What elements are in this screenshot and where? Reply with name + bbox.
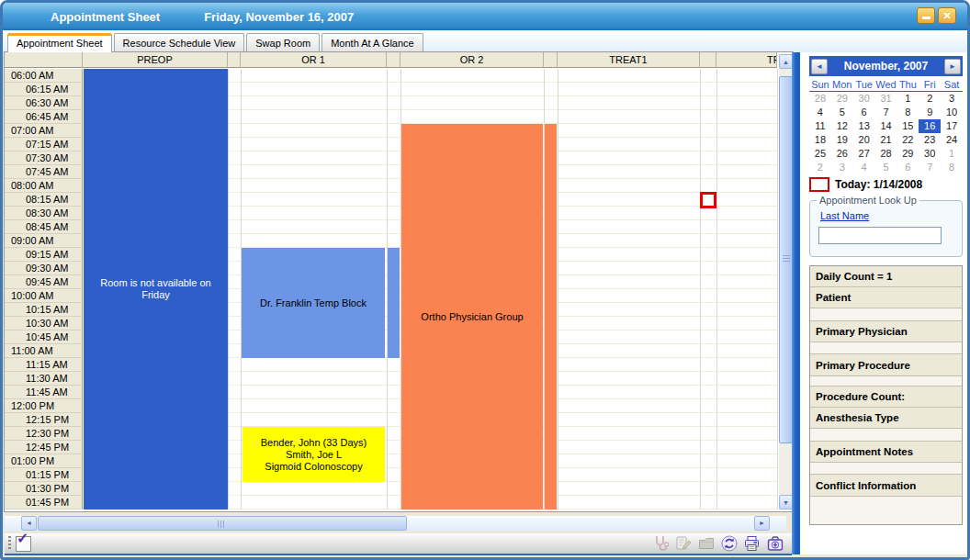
calendar-day[interactable]: 11 [809, 119, 831, 133]
calendar-day[interactable]: 15 [897, 119, 919, 133]
tab-swap-room[interactable]: Swap Room [246, 33, 320, 52]
calendar-next-button[interactable]: ► [944, 59, 961, 74]
first-aid-kit-icon[interactable] [765, 534, 784, 554]
calendar-day[interactable]: 7 [919, 161, 941, 174]
time-slot-label: 07:00 AM [5, 124, 83, 138]
time-slot-label: 06:15 AM [5, 83, 83, 96]
calendar-week: 2345678 [809, 161, 963, 174]
or2-ortho-block-overflow[interactable] [545, 124, 557, 510]
scroll-right-button[interactable]: ► [754, 516, 770, 531]
calendar-day[interactable]: 19 [831, 133, 853, 147]
preop-unavailable-block[interactable]: Room is not available on Friday [84, 69, 228, 510]
refresh-icon[interactable] [719, 534, 739, 554]
calendar-day[interactable]: 3 [941, 92, 963, 106]
appointment-block-bender[interactable]: Bender, John (33 Days)Smith, Joe LSigmoi… [242, 427, 385, 482]
vertical-scroll-thumb[interactable] [779, 76, 793, 443]
calendar-day[interactable]: 8 [897, 106, 919, 119]
calendar-day[interactable]: 2 [809, 161, 831, 174]
pane-divider [792, 52, 800, 554]
info-row-empty [810, 376, 962, 386]
column-header-spacer [700, 52, 716, 68]
calendar-day[interactable]: 29 [831, 92, 853, 106]
calendar-day[interactable]: 1 [897, 92, 919, 106]
last-name-input[interactable] [818, 227, 942, 244]
calendar-day[interactable]: 18 [809, 133, 831, 147]
tab-resource-schedule-view[interactable]: Resource Schedule View [114, 33, 245, 52]
calendar-day[interactable]: 9 [919, 106, 941, 119]
calendar-day[interactable]: 1 [941, 147, 963, 161]
print-icon[interactable] [742, 534, 761, 554]
calendar-day[interactable]: 2 [919, 92, 941, 106]
calendar-day[interactable]: 25 [809, 147, 831, 161]
info-row-empty [810, 308, 962, 321]
day-name: Sun [809, 78, 831, 91]
scroll-up-button[interactable]: ▲ [779, 54, 793, 69]
calendar-day[interactable]: 3 [831, 161, 853, 174]
or1-temp-block[interactable]: Dr. Franklin Temp Block [242, 248, 385, 358]
tab-strip: Appointment Sheet Resource Schedule View… [3, 30, 967, 52]
time-slot-label: 11:30 AM [5, 372, 83, 386]
calendar-day[interactable]: 6 [853, 106, 875, 119]
time-slot-label: 12:45 PM [5, 441, 83, 454]
toolbar-checkbox[interactable]: ✓ [16, 536, 31, 552]
column-header-preop: PREOP [83, 52, 228, 68]
time-slot-label: 08:00 AM [5, 179, 83, 193]
edit-notes-icon[interactable] [673, 534, 693, 554]
calendar-day[interactable]: 30 [853, 92, 875, 106]
minimize-button[interactable] [917, 7, 935, 24]
time-slot-label: 09:30 AM [5, 262, 83, 275]
calendar-day[interactable]: 5 [875, 161, 897, 174]
last-name-link[interactable]: Last Name [820, 210, 869, 221]
calendar-day[interactable]: 23 [919, 133, 941, 147]
calendar-day[interactable]: 17 [941, 119, 963, 133]
calendar-day[interactable]: 12 [831, 119, 853, 133]
title-date-label: Friday, November 16, 2007 [204, 10, 354, 24]
calendar-day[interactable]: 6 [897, 161, 919, 174]
calendar-day[interactable]: 28 [875, 147, 897, 161]
calendar-day[interactable]: 7 [875, 106, 897, 119]
horizontal-scroll-thumb[interactable] [38, 516, 407, 531]
time-slot-label: 08:15 AM [5, 193, 83, 207]
calendar-day[interactable]: 4 [853, 161, 875, 174]
tab-appointment-sheet[interactable]: Appointment Sheet [7, 33, 112, 52]
day-name: Mon [831, 78, 853, 91]
close-icon: ✕ [942, 10, 951, 21]
calendar-day[interactable]: 26 [831, 147, 853, 161]
calendar-day[interactable]: 30 [919, 147, 941, 161]
calendar-day[interactable]: 31 [875, 92, 897, 106]
appointment-info-panel: Daily Count = 1PatientPrimary PhysicianP… [809, 265, 963, 525]
time-slot-label: 01:15 PM [5, 468, 83, 482]
calendar-day[interactable]: 27 [853, 147, 875, 161]
scroll-left-button[interactable]: ◄ [21, 516, 37, 531]
calendar-day[interactable]: 4 [809, 106, 831, 119]
calendar-day[interactable]: 20 [853, 133, 875, 147]
day-name: Wed [875, 78, 897, 91]
schedule-grid: PREOPOR 1OR 2TREAT1TR06:00 AM06:15 AM06:… [5, 52, 793, 511]
calendar-day[interactable]: 14 [875, 119, 897, 133]
calendar-day[interactable]: 10 [941, 106, 963, 119]
calendar-day[interactable]: 24 [941, 133, 963, 147]
or2-ortho-block[interactable]: Ortho Physician Group [401, 124, 543, 510]
calendar-day[interactable]: 13 [853, 119, 875, 133]
calendar-day[interactable]: 22 [897, 133, 919, 147]
info-row-anesthesia-type: Anesthesia Type [810, 408, 962, 429]
calendar-day[interactable]: 28 [809, 92, 831, 106]
calendar-day[interactable]: 16 [919, 119, 941, 133]
calendar-day[interactable]: 29 [897, 147, 919, 161]
calendar-prev-button[interactable]: ◄ [811, 59, 828, 74]
time-slot-label: 07:30 AM [5, 151, 83, 165]
or1-temp-block-overflow[interactable] [388, 248, 400, 358]
time-slot-label: 07:15 AM [5, 138, 83, 151]
calendar-day[interactable]: 21 [875, 133, 897, 147]
folder-icon[interactable] [696, 534, 716, 554]
tab-month-at-a-glance[interactable]: Month At A Glance [321, 33, 423, 52]
calendar-day[interactable]: 8 [941, 161, 963, 174]
appointment-lookup-group: Appointment Look Up Last Name [809, 200, 963, 257]
day-name: Tue [853, 78, 875, 91]
close-button[interactable]: ✕ [938, 7, 956, 24]
time-slot-label: 01:45 PM [5, 496, 83, 510]
calendar-day[interactable]: 5 [831, 106, 853, 119]
stethoscope-icon[interactable] [650, 534, 670, 554]
time-slot-label: 10:15 AM [5, 303, 83, 317]
scroll-down-button[interactable]: ▼ [779, 495, 793, 510]
